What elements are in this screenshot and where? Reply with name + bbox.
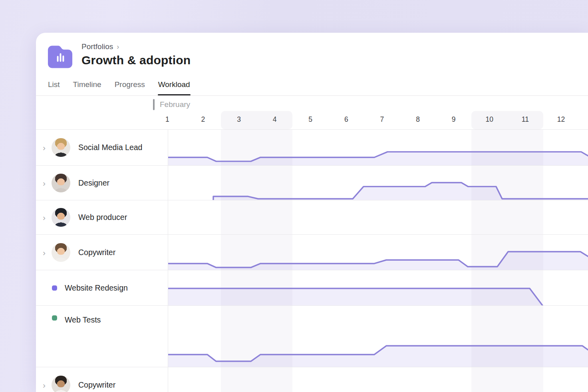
workload-chart — [168, 200, 588, 234]
resource-cell[interactable]: ›Social Media Lead — [36, 130, 168, 165]
resource-name: Designer — [78, 178, 109, 188]
breadcrumb-portfolios-link[interactable]: Portfolios — [81, 42, 113, 51]
workload-chart — [168, 130, 588, 165]
tab-bar: ListTimelineProgressWorkload — [48, 80, 191, 95]
expand-chevron-icon[interactable]: › — [43, 213, 48, 222]
workload-area-chart — [168, 235, 588, 270]
resource-name: Web producer — [78, 213, 127, 222]
workload-area-chart — [168, 270, 588, 305]
day-label: 12 — [557, 115, 565, 124]
project-name: Web Tests — [65, 315, 101, 325]
workload-area-chart — [168, 166, 588, 200]
resource-cell[interactable]: ›Copywriter — [36, 367, 168, 392]
workload-rows: ›Social Media Lead›Designer›Web producer… — [36, 130, 588, 392]
day-label: 1 — [165, 115, 169, 124]
avatar — [52, 243, 70, 262]
workload-area-chart — [168, 130, 588, 165]
project-color-dot — [52, 285, 57, 291]
workload-row: ›Copywriter — [36, 235, 588, 270]
day-label: 10 — [485, 115, 493, 124]
page-title: Growth & adoption — [81, 53, 191, 67]
day-label: 11 — [522, 115, 529, 124]
day-label: 8 — [416, 115, 420, 124]
expand-chevron-icon[interactable]: › — [43, 248, 48, 257]
resource-cell[interactable]: ›Designer — [36, 166, 168, 200]
month-start-tick — [153, 99, 155, 110]
resource-name: Copywriter — [78, 380, 115, 390]
tab-timeline[interactable]: Timeline — [73, 80, 102, 95]
project-color-dot — [52, 315, 57, 321]
workload-chart — [168, 270, 588, 305]
day-label: 2 — [201, 115, 205, 124]
avatar — [52, 376, 70, 392]
month-label: February — [160, 100, 190, 109]
avatar — [52, 138, 70, 157]
workload-chart — [168, 235, 588, 270]
portfolio-folder-icon — [47, 44, 74, 69]
workload-row: Web Tests — [36, 306, 588, 367]
expand-chevron-icon[interactable]: › — [43, 179, 48, 187]
project-name: Website Redesign — [65, 283, 128, 293]
workload-row: Website Redesign — [36, 270, 588, 306]
card-header: Portfolios › Growth & adoption ListTimel… — [36, 33, 588, 96]
day-label: 7 — [380, 115, 384, 124]
resource-name: Social Media Lead — [78, 143, 142, 152]
breadcrumb-chevron-icon: › — [117, 43, 119, 51]
avatar — [52, 208, 70, 227]
expand-chevron-icon[interactable]: › — [43, 143, 48, 152]
workload-chart — [168, 367, 588, 392]
day-label: 4 — [273, 115, 277, 124]
weekend-pill — [471, 111, 543, 129]
workload-row: ›Copywriter — [36, 367, 588, 392]
avatar — [52, 174, 70, 192]
tab-progress[interactable]: Progress — [114, 80, 145, 95]
workload-row: ›Designer — [36, 166, 588, 200]
resource-cell[interactable]: ›Web producer — [36, 200, 168, 234]
weekend-pill — [221, 111, 292, 129]
tab-workload[interactable]: Workload — [158, 80, 191, 95]
day-label: 9 — [452, 115, 456, 124]
tab-list[interactable]: List — [48, 80, 60, 95]
day-label: 6 — [344, 115, 348, 124]
resource-name: Copywriter — [78, 248, 115, 257]
workload-row: ›Social Media Lead — [36, 130, 588, 166]
day-label: 5 — [308, 115, 312, 124]
workload-grid: ›Social Media Lead›Designer›Web producer… — [36, 130, 588, 392]
expand-chevron-icon[interactable]: › — [43, 381, 48, 389]
day-label: 3 — [237, 115, 241, 124]
portfolio-card: Portfolios › Growth & adoption ListTimel… — [36, 33, 588, 392]
month-marker: February — [153, 99, 190, 110]
workload-chart — [168, 306, 588, 367]
workload-chart — [168, 166, 588, 200]
resource-cell[interactable]: ›Copywriter — [36, 235, 168, 270]
breadcrumb: Portfolios › — [81, 42, 191, 51]
timeline-header: February 123456789101112 — [36, 96, 588, 130]
project-cell[interactable]: Website Redesign — [36, 270, 168, 305]
project-cell[interactable]: Web Tests — [36, 306, 168, 367]
workload-row: ›Web producer — [36, 200, 588, 235]
workload-area-chart — [168, 306, 588, 367]
